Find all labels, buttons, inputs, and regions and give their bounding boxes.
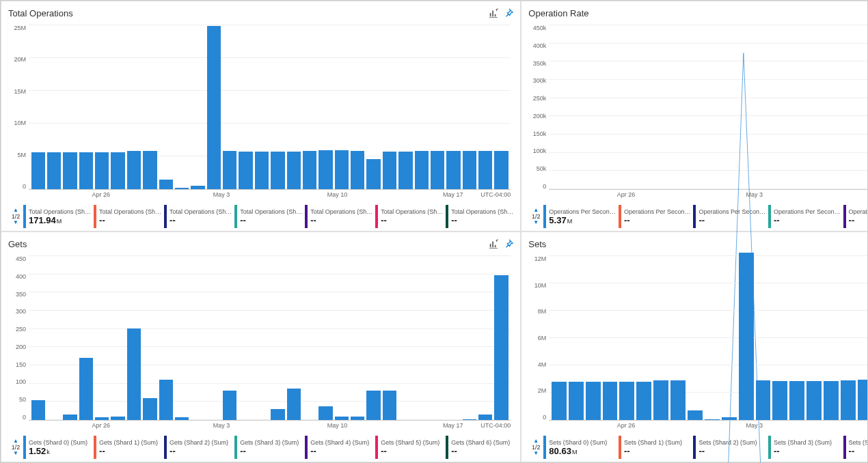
bar[interactable] [619,382,634,420]
bar[interactable] [636,382,651,420]
bar[interactable] [383,152,396,189]
legend-item[interactable]: Total Operations (Sh…-- [164,205,232,228]
legend-pager[interactable]: ▲1/2▼ [528,205,543,228]
legend-item[interactable]: Total Operations (Sh…-- [305,205,372,228]
chart-area[interactable]: 450400350300250200150100500Apr 26May 3Ma… [8,255,513,434]
bar[interactable] [79,358,93,420]
legend-item[interactable]: Total Operations (Sh…-- [234,205,302,228]
bar[interactable] [223,391,236,420]
bar[interactable] [653,380,668,420]
chart-area[interactable]: 12M10M8M6M4M2M0Apr 26May 3May 10May 17UT… [528,255,868,434]
bar[interactable] [789,381,804,420]
bar[interactable] [603,382,618,420]
legend-pager[interactable]: ▲1/2▼ [528,436,543,459]
chart-area[interactable]: 25M20M15M10M5M0Apr 26May 3May 10May 17UT… [8,25,513,204]
bar[interactable] [271,409,284,420]
bar[interactable] [366,391,380,420]
bar[interactable] [191,186,204,189]
bar[interactable] [127,328,141,420]
bar[interactable] [31,152,45,189]
bar[interactable] [223,151,236,189]
chevron-up-icon[interactable]: ▲ [13,438,18,444]
pin-icon[interactable] [504,8,513,18]
legend-item[interactable]: Total Operations (Sh…-- [446,205,513,228]
metrics-icon[interactable] [489,239,498,249]
bar[interactable] [159,380,173,420]
bar[interactable] [79,152,93,189]
chevron-up-icon[interactable]: ▲ [533,438,539,444]
bar[interactable] [494,275,508,420]
bar[interactable] [318,150,332,189]
bar[interactable] [586,382,601,420]
bar[interactable] [824,381,839,420]
bar[interactable] [239,152,252,189]
bar[interactable] [318,406,332,420]
legend-item[interactable]: Gets (Shard 6) (Sum)-- [446,436,513,459]
bar[interactable] [31,400,45,420]
bar[interactable] [431,151,444,189]
bar[interactable] [841,380,856,420]
bar[interactable] [670,380,686,420]
bar[interactable] [287,152,301,189]
bar[interactable] [351,151,364,189]
bar[interactable] [478,415,492,420]
bar[interactable] [143,398,157,420]
bar[interactable] [111,417,124,420]
bar[interactable] [569,382,584,420]
chevron-up-icon[interactable]: ▲ [13,208,18,213]
bar[interactable] [207,26,221,189]
bar[interactable] [756,380,771,420]
legend-item[interactable]: Total Operations (Sh…-- [94,205,161,228]
bar[interactable] [63,152,77,189]
bar[interactable] [739,253,754,420]
bar[interactable] [722,417,737,420]
bar[interactable] [303,151,316,189]
bar[interactable] [47,152,61,189]
bar[interactable] [858,380,868,420]
bar[interactable] [705,419,720,420]
bar[interactable] [398,152,412,189]
bar[interactable] [552,382,567,420]
legend-item[interactable]: Gets (Shard 0) (Sum)1.52k [23,436,91,459]
bar[interactable] [688,410,703,420]
bar[interactable] [95,417,109,420]
legend-item[interactable]: Gets (Shard 2) (Sum)-- [164,436,232,459]
bar[interactable] [287,389,301,420]
chevron-down-icon[interactable]: ▼ [13,220,18,225]
chevron-down-icon[interactable]: ▼ [533,451,539,456]
bar[interactable] [111,152,124,189]
bar[interactable] [175,417,189,420]
bar[interactable] [463,419,476,420]
bar[interactable] [271,152,284,189]
bar[interactable] [446,151,460,189]
bar[interactable] [159,180,173,189]
legend-pager[interactable]: ▲1/2▼ [8,436,23,459]
chevron-down-icon[interactable]: ▼ [13,451,18,456]
bar[interactable] [95,152,109,189]
bar[interactable] [143,151,157,189]
bar[interactable] [127,151,141,189]
bar[interactable] [806,381,822,420]
legend-item[interactable]: Gets (Shard 3) (Sum)-- [234,436,302,459]
legend-item[interactable]: Gets (Shard 4) (Sum)-- [305,436,372,459]
legend-pager[interactable]: ▲1/2▼ [8,205,23,228]
bar[interactable] [366,159,380,189]
legend-item[interactable]: Total Operations (Sh…171.94M [23,205,91,228]
bar[interactable] [335,417,349,420]
chevron-down-icon[interactable]: ▼ [533,220,539,225]
bar[interactable] [415,151,429,189]
legend-item[interactable]: Total Operations (Sh…-- [375,205,443,228]
bar[interactable] [255,152,269,189]
legend-item[interactable]: Gets (Shard 1) (Sum)-- [94,436,161,459]
bar[interactable] [463,151,476,189]
bar[interactable] [383,391,396,420]
metrics-icon[interactable] [489,8,498,18]
bar[interactable] [772,381,787,420]
bar[interactable] [478,151,492,189]
chart-area[interactable]: 450k400k350k300k250k200k150k100k50k0Apr … [528,25,868,204]
legend-item[interactable]: Gets (Shard 5) (Sum)-- [375,436,443,459]
bar[interactable] [351,417,364,420]
chevron-up-icon[interactable]: ▲ [533,208,539,213]
bar[interactable] [175,188,189,189]
bar[interactable] [63,415,77,420]
